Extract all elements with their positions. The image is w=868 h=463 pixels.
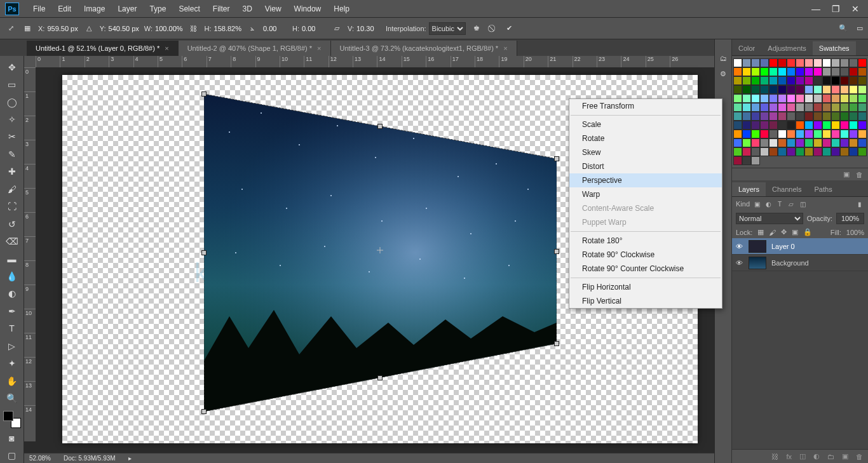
lock-artboard-icon[interactable]: ▣ [792,228,798,236]
color-swatch[interactable] [849,67,858,76]
color-swatch[interactable] [831,103,840,112]
context-menu-item[interactable]: Rotate 90° Counter Clockwise [569,262,722,276]
color-swatch[interactable] [751,67,760,76]
eyedropper-tool-icon[interactable]: ✎ [4,147,20,161]
color-swatch[interactable] [751,85,760,94]
color-swatch[interactable] [742,112,751,121]
menu-layer[interactable]: Layer [111,4,143,13]
color-swatch[interactable] [769,67,778,76]
color-swatch[interactable] [751,103,760,112]
stamp-tool-icon[interactable]: ⛶ [4,199,20,214]
color-swatch[interactable] [760,130,769,138]
color-swatch[interactable] [742,58,751,67]
color-swatch[interactable] [751,112,760,121]
new-layer-icon[interactable]: ▣ [842,452,848,460]
reference-point-icon[interactable]: ▦ [22,23,33,34]
context-menu-item[interactable]: Warp [569,187,722,201]
color-swatch[interactable] [831,67,840,76]
color-swatch[interactable] [804,130,813,138]
close-tab-icon[interactable]: × [503,44,507,52]
context-menu-item[interactable]: Rotate 90° Clockwise [569,248,722,262]
context-menu-item[interactable]: Flip Vertical [569,294,722,308]
search-icon[interactable]: 🔍 [839,24,848,32]
color-swatch[interactable] [796,130,804,138]
color-swatch[interactable] [840,112,849,121]
foreground-background-color[interactable] [3,411,21,428]
color-swatch[interactable] [787,121,796,130]
color-swatch[interactable] [796,67,804,76]
transform-handle-bl[interactable] [201,409,207,414]
tab-paths[interactable]: Paths [808,182,839,196]
layer-name[interactable]: Background [771,259,809,267]
context-menu-item[interactable]: Scale [569,117,722,131]
color-swatch[interactable] [813,130,822,138]
filter-shape-icon[interactable]: ▱ [787,199,796,208]
filter-toggle-icon[interactable]: ▮ [855,199,864,208]
color-swatch[interactable] [769,103,778,112]
y-value[interactable]: 540.50 px [109,25,139,32]
color-swatch[interactable] [813,112,822,121]
color-swatch[interactable] [733,94,742,103]
color-swatch[interactable] [787,58,796,67]
color-swatch[interactable] [787,112,796,121]
color-swatch[interactable] [733,67,742,76]
color-swatch[interactable] [849,94,858,103]
color-swatch[interactable] [804,121,813,130]
color-swatch[interactable] [778,112,787,121]
color-swatch[interactable] [813,138,822,147]
swap-xy-icon[interactable]: △ [83,23,95,34]
color-swatch[interactable] [778,94,787,103]
color-swatch[interactable] [796,147,804,156]
color-swatch[interactable] [751,147,760,156]
color-swatch[interactable] [778,103,787,112]
menu-view[interactable]: View [259,4,288,13]
color-swatch[interactable] [831,85,840,94]
color-swatch[interactable] [769,121,778,130]
color-swatch[interactable] [733,103,742,112]
layer-name[interactable]: Layer 0 [771,243,795,250]
color-swatch[interactable] [787,85,796,94]
color-swatch[interactable] [804,76,813,85]
color-swatch[interactable] [822,85,831,94]
transform-handle-tm[interactable] [377,124,383,129]
tab-swatches[interactable]: Swatches [813,41,856,55]
color-swatch[interactable] [733,85,742,94]
menu-filter[interactable]: Filter [207,4,236,13]
crop-tool-icon[interactable]: ✂ [4,130,20,144]
visibility-icon[interactable]: 👁 [735,243,743,250]
window-close-icon[interactable]: ✕ [851,4,859,14]
layer-item-layer0[interactable]: 👁 Layer 0 [732,238,868,255]
document-size[interactable]: Doc: 5.93M/5.93M [64,455,116,462]
menu-help[interactable]: Help [327,4,356,13]
delete-swatch-icon[interactable]: 🗑 [856,171,863,178]
menu-select[interactable]: Select [172,4,206,13]
color-swatch[interactable] [840,121,849,130]
color-swatch[interactable] [813,76,822,85]
color-swatch[interactable] [804,94,813,103]
color-swatch[interactable] [760,103,769,112]
color-swatch[interactable] [831,94,840,103]
color-swatch[interactable] [742,121,751,130]
blend-mode-select[interactable]: Normal [736,213,803,224]
eraser-tool-icon[interactable]: ⌫ [4,234,20,248]
color-swatch[interactable] [733,156,742,165]
filter-smart-icon[interactable]: ◫ [798,199,807,208]
vertical-ruler[interactable]: 01234567891011121314 [24,67,36,441]
color-swatch[interactable] [733,112,742,121]
document-tab-3[interactable]: Untitled-3 @ 73.2% (kacateknologitext1, … [331,41,517,56]
transform-handle-br[interactable] [554,341,559,346]
color-swatch[interactable] [858,121,867,130]
context-menu-item[interactable]: Free Transform [569,99,722,113]
color-swatch[interactable] [778,85,787,94]
color-swatch[interactable] [751,94,760,103]
color-swatch[interactable] [742,130,751,138]
color-swatch[interactable] [751,130,760,138]
lasso-tool-icon[interactable]: ◯ [4,95,20,109]
color-swatch[interactable] [760,67,769,76]
menu-type[interactable]: Type [143,4,172,13]
color-swatch[interactable] [831,58,840,67]
color-swatch[interactable] [831,112,840,121]
color-swatch[interactable] [733,58,742,67]
color-swatch[interactable] [804,147,813,156]
menu-file[interactable]: File [27,4,51,13]
